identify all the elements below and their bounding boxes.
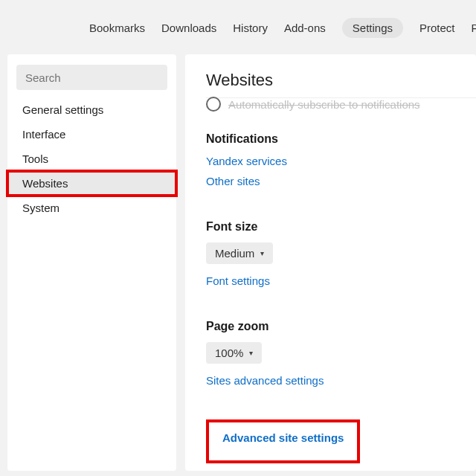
page-zoom-section: Page zoom 100% ▾ Sites advanced settings — [206, 320, 476, 394]
cutoff-text: Automatically subscribe to notifications — [228, 98, 420, 111]
radio-icon — [206, 97, 221, 112]
page-zoom-select[interactable]: 100% ▾ — [206, 342, 262, 364]
font-size-heading: Font size — [206, 220, 476, 234]
tab-bookmarks[interactable]: Bookmarks — [89, 22, 145, 34]
sidebar-item-general-settings[interactable]: General settings — [7, 97, 176, 122]
notifications-section: Notifications Yandex services Other site… — [206, 132, 476, 195]
sidebar-item-tools[interactable]: Tools — [7, 147, 176, 171]
font-size-section: Font size Medium ▾ Font settings — [206, 220, 476, 295]
page-title: Websites — [206, 71, 476, 90]
sidebar-item-system[interactable]: System — [7, 196, 176, 220]
font-settings-link[interactable]: Font settings — [206, 274, 270, 287]
font-size-select[interactable]: Medium ▾ — [206, 242, 273, 264]
tab-downloads[interactable]: Downloads — [161, 22, 216, 34]
tab-protect[interactable]: Protect — [419, 22, 455, 34]
tab-add-ons[interactable]: Add-ons — [284, 22, 326, 34]
page-zoom-value: 100% — [215, 347, 243, 359]
page-zoom-heading: Page zoom — [206, 320, 476, 333]
notifications-heading: Notifications — [206, 132, 476, 146]
advanced-site-settings-link[interactable]: Advanced site settings — [222, 431, 344, 444]
chevron-down-icon: ▾ — [249, 349, 253, 357]
tab-history[interactable]: History — [233, 22, 268, 34]
yandex-services-link[interactable]: Yandex services — [206, 155, 287, 167]
sidebar: General settings Interface Tools Website… — [7, 54, 176, 471]
tab-passwords[interactable]: Passwords — [472, 22, 476, 34]
chevron-down-icon: ▾ — [260, 249, 264, 257]
top-nav: Bookmarks Downloads History Add-ons Sett… — [0, 0, 476, 54]
sites-advanced-settings-link[interactable]: Sites advanced settings — [206, 374, 324, 387]
tab-settings[interactable]: Settings — [342, 18, 403, 38]
sidebar-item-websites[interactable]: Websites — [7, 171, 176, 196]
advanced-site-settings-highlight: Advanced site settings — [206, 419, 360, 463]
subscribe-toggle-row-cut: Automatically subscribe to notifications — [206, 97, 476, 112]
other-sites-link[interactable]: Other sites — [206, 175, 260, 187]
sidebar-item-interface[interactable]: Interface — [7, 122, 176, 147]
font-size-value: Medium — [215, 247, 254, 260]
content-panel: Websites Automatically subscribe to noti… — [185, 54, 476, 471]
search-input[interactable] — [16, 65, 167, 90]
